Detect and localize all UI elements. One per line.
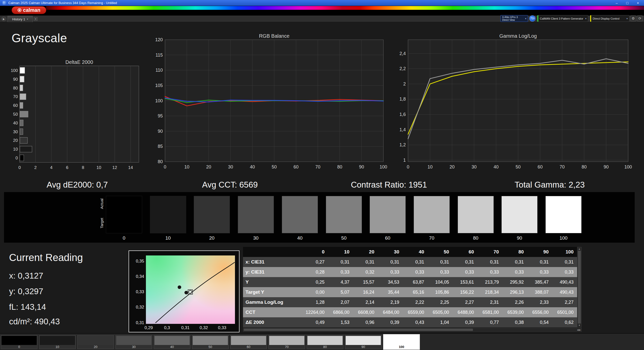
grayscale-swatch-70 (414, 196, 450, 233)
deltae-bar (20, 137, 27, 143)
table-cell: 2,33 (527, 297, 552, 307)
swatch-level-label: 70 (414, 235, 450, 241)
x-axis-label: 10 (184, 164, 189, 169)
pattern-swatch (78, 336, 113, 345)
minimize-button[interactable]: – (616, 1, 618, 5)
y-axis-label: 2,2 (399, 66, 406, 71)
cie-gamut-plot (146, 255, 235, 324)
table-row-label: y: CIE31 (243, 267, 303, 277)
x-axis-label: 40 (250, 164, 255, 169)
chevron-down-icon: ▾ (525, 17, 526, 20)
pattern-button-0[interactable]: 0 (1, 335, 37, 349)
scroll-right-icon[interactable]: ▶ (579, 329, 581, 331)
history-nav-button[interactable]: ▶ (1, 17, 6, 21)
pattern-swatch (231, 336, 266, 345)
table-vertical-scrollbar[interactable]: ▲ ▼ (577, 247, 582, 327)
cie-overlay (146, 255, 235, 324)
pattern-button-70[interactable]: 70 (268, 335, 305, 349)
cie-y-tick-label: 0,34 (130, 274, 144, 279)
pattern-source-button[interactable]: CalMAN Client 3 Pattern Generator ▾ (537, 15, 588, 22)
pattern-button-30[interactable]: 30 (115, 335, 152, 349)
settings-gear-button[interactable]: ⚙ (630, 15, 636, 21)
cie-x-tick-label: 0,3 (159, 325, 175, 330)
meter-device-button[interactable]: X-Rite i1Pro 3 Direct View ▾ (500, 15, 528, 22)
pattern-source-label: CalMAN Client 3 Pattern Generator (540, 17, 584, 20)
titlebar: Calman 2025 Calman Ultimate for Business… (0, 0, 644, 6)
swatch-level-label: 30 (238, 235, 274, 241)
table-cell: 0,33 (403, 267, 428, 277)
y-axis-label: 1,2 (399, 142, 406, 147)
scroll-down-icon[interactable]: ▼ (578, 324, 581, 327)
table-cell: 1,04 (428, 317, 453, 327)
table-cell: 0,33 (378, 267, 403, 277)
blackbody-curve (155, 262, 235, 323)
pattern-button-80[interactable]: 80 (307, 335, 343, 349)
table-cell: 6866,00 (328, 307, 353, 317)
sync-button[interactable]: ⟳ (637, 15, 643, 21)
cie-x-tick-label: 0,33 (215, 325, 230, 330)
table-header-cell: 40 (403, 247, 428, 257)
x-axis-label: 100 (624, 164, 632, 169)
close-button[interactable]: × (637, 1, 639, 5)
x-axis-label: 60 (294, 164, 299, 169)
pattern-button-40[interactable]: 40 (154, 335, 190, 349)
x-axis-label: 20 (206, 164, 211, 169)
table-cell: 0,39 (378, 317, 403, 327)
pattern-level-label: 30 (116, 345, 152, 349)
cie-chart-panel: 0,350,340,330,320,31 0,290,30,310,320,33 (129, 250, 239, 332)
pattern-button-50[interactable]: 50 (192, 335, 229, 349)
y-axis-label: 20 (13, 138, 18, 143)
pattern-level-label: 0 (1, 345, 37, 349)
deltae-bar (20, 102, 23, 108)
deltae-chart: 024681012141009080706050403020100 (8, 63, 143, 174)
tab-history-label: History 1 (12, 17, 25, 21)
scroll-left-icon[interactable]: ◀ (577, 329, 579, 331)
pattern-button-100[interactable]: 100 (383, 334, 420, 350)
display-control-label: Direct Display Control (593, 17, 625, 20)
table-cell: 295,92 (502, 277, 527, 287)
table-cell: 2,14 (353, 297, 378, 307)
table-cell: 6608,00 (353, 307, 378, 317)
pattern-button-90[interactable]: 90 (345, 335, 382, 349)
y-axis-label: 100 (11, 68, 18, 73)
scrollbar-thumb[interactable] (578, 251, 581, 324)
pattern-button-20[interactable]: 20 (77, 335, 114, 349)
x-axis-label: 70 (559, 164, 565, 169)
cie-x-tick-label: 0,29 (141, 325, 156, 330)
app-icon (3, 1, 6, 5)
y-axis-label: 1,6 (399, 112, 406, 117)
table-cell: 0,31 (328, 257, 353, 267)
x-axis-label: 6 (66, 165, 68, 170)
scroll-up-icon[interactable]: ▲ (578, 248, 581, 250)
y-axis-label: 60 (13, 103, 18, 108)
table-cell: 6556,00 (527, 307, 552, 317)
gear-icon: ⚙ (632, 16, 635, 20)
deltae-bar (20, 94, 26, 100)
pattern-level-label: 100 (384, 344, 419, 349)
table-header-corner (243, 247, 303, 257)
maximize-button[interactable]: □ (626, 1, 628, 5)
y-axis-label: 85 (158, 144, 163, 149)
deltae-bar (20, 146, 32, 152)
tab-menu-button[interactable]: ▾ (34, 17, 37, 21)
display-control-button[interactable]: Direct Display Control ▾ (590, 15, 629, 22)
scrollbar-thumb[interactable] (244, 329, 473, 331)
y-axis-label: 30 (13, 129, 18, 134)
table-cell: 6539,00 (502, 307, 527, 317)
swatch-level-label: 40 (282, 235, 318, 241)
meter-status-badge[interactable]: 719 (529, 15, 536, 22)
swatch-level-label: 50 (326, 235, 362, 241)
pattern-swatch (346, 336, 381, 345)
table-horizontal-scrollbar[interactable]: ◀ ▶ (243, 328, 582, 332)
calman-menu-button[interactable]: calman (12, 6, 46, 14)
pattern-button-10[interactable]: 10 (39, 335, 76, 349)
pattern-button-60[interactable]: 60 (230, 335, 267, 349)
y-axis-label: 2,4 (399, 51, 406, 56)
table-header-cell: 50 (428, 247, 453, 257)
stat-avg-cct: Avg CCT: 6569 (154, 180, 305, 190)
tab-history[interactable]: History 1 ▾ (8, 16, 33, 22)
y-axis-label: 50 (13, 112, 18, 117)
plot-area (20, 66, 139, 162)
table-cell: 490,43 (552, 277, 577, 287)
table-cell: 0,31 (428, 257, 453, 267)
